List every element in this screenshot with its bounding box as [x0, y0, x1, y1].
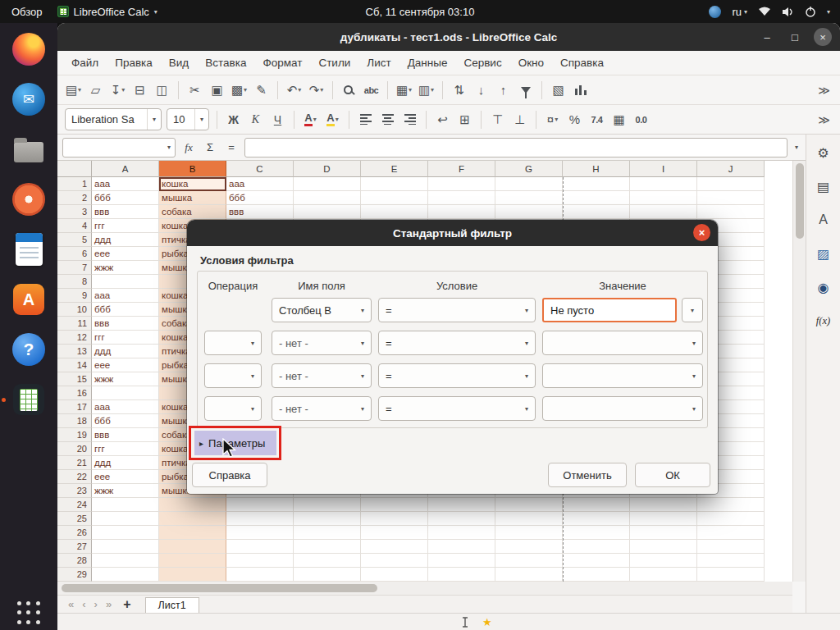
window-titlebar[interactable]: дубликаты - тест1.ods - LibreOffice Calc… — [57, 23, 840, 51]
cell[interactable] — [563, 498, 630, 512]
print-preview-button[interactable]: ◫ — [152, 80, 172, 101]
cell[interactable] — [226, 512, 294, 526]
cell[interactable] — [294, 526, 361, 540]
operation-combo[interactable]: ▾ — [204, 363, 262, 388]
volume-icon[interactable] — [782, 7, 794, 17]
operation-combo[interactable]: ▾ — [204, 396, 262, 421]
cell[interactable]: ббб — [92, 191, 159, 205]
cell[interactable] — [563, 191, 630, 205]
clock[interactable]: Сб, 11 сентября 03:10 — [366, 6, 475, 18]
cell[interactable] — [159, 512, 226, 526]
wrap-text-button[interactable]: ↩ — [432, 109, 453, 130]
row-header[interactable]: 28 — [57, 554, 92, 568]
redo-button[interactable]: ↷▾ — [306, 80, 326, 101]
row-header[interactable]: 8 — [57, 275, 92, 289]
cell[interactable] — [697, 177, 765, 191]
cell[interactable] — [697, 526, 765, 540]
cell[interactable] — [630, 554, 697, 568]
cell[interactable] — [563, 177, 630, 191]
cell[interactable]: ввв — [92, 428, 159, 442]
column-header-A[interactable]: A — [92, 161, 159, 177]
condition-combo[interactable]: =▾ — [378, 298, 536, 322]
cell[interactable] — [495, 526, 563, 540]
cell[interactable]: ддд — [92, 345, 159, 358]
sheet-tab[interactable]: Лист1 — [145, 597, 199, 614]
row-header[interactable]: 29 — [57, 568, 92, 582]
cell[interactable]: ввв — [92, 317, 159, 331]
align-bottom-button[interactable]: ⊥ — [509, 109, 530, 130]
app-menu[interactable]: LibreOffice Calc ▾ — [57, 6, 158, 18]
menu-item[interactable]: Данные — [400, 53, 455, 72]
condition-combo[interactable]: =▾ — [378, 363, 536, 388]
minimize-button[interactable]: – — [758, 28, 776, 46]
cancel-button[interactable]: Отменить — [548, 463, 627, 487]
row-header[interactable]: 17 — [57, 400, 92, 414]
cell[interactable] — [294, 205, 361, 219]
cell[interactable] — [159, 526, 226, 540]
cell[interactable]: еее — [92, 358, 159, 372]
dock-firefox[interactable] — [9, 30, 48, 69]
cell[interactable] — [630, 526, 697, 540]
cell[interactable] — [361, 205, 428, 219]
value-input[interactable]: Не пусто — [542, 298, 677, 322]
cell[interactable] — [361, 512, 428, 526]
cell[interactable] — [361, 568, 428, 582]
cell[interactable] — [92, 498, 159, 512]
field-name-combo[interactable]: - нет -▾ — [272, 331, 372, 355]
column-header-E[interactable]: E — [361, 161, 428, 177]
dock-thunderbird[interactable]: ✉ — [9, 80, 48, 119]
cell[interactable] — [92, 526, 159, 540]
cell[interactable] — [428, 498, 495, 512]
format-currency-button[interactable]: ¤▾ — [542, 109, 563, 130]
cell[interactable] — [361, 177, 428, 191]
copy-button[interactable]: ▣ — [207, 80, 227, 101]
spelling-button[interactable]: abc — [361, 80, 381, 101]
cell[interactable] — [495, 191, 563, 205]
cell[interactable] — [630, 177, 697, 191]
merge-cells-button[interactable]: ⊞ — [454, 109, 475, 130]
activities-button[interactable]: Обзор — [11, 6, 43, 18]
cell[interactable] — [428, 540, 495, 554]
underline-button[interactable]: Ч — [267, 109, 288, 130]
row-header[interactable]: 20 — [57, 442, 92, 456]
cell[interactable] — [697, 512, 765, 526]
column-header-I[interactable]: I — [630, 161, 697, 177]
operation-combo[interactable]: ▾ — [204, 331, 262, 355]
cell[interactable] — [697, 554, 765, 568]
row-header[interactable]: 14 — [57, 358, 92, 372]
cell[interactable]: еее — [92, 470, 159, 484]
insert-chart-button[interactable] — [570, 80, 591, 101]
cell[interactable] — [92, 512, 159, 526]
font-name-combo[interactable]: Liberation Sa▾ — [65, 108, 162, 130]
menu-item[interactable]: Справка — [553, 53, 611, 72]
cell[interactable]: ддд — [92, 456, 159, 470]
cell[interactable]: ввв — [226, 205, 294, 219]
condition-combo[interactable]: =▾ — [378, 331, 536, 355]
save-button[interactable]: ↧▾ — [107, 80, 128, 101]
format-percent-button[interactable]: % — [564, 109, 585, 130]
cell[interactable]: еее — [92, 247, 159, 261]
sort-descending-button[interactable]: ↑ — [493, 80, 514, 101]
column-header-D[interactable]: D — [294, 161, 361, 177]
field-name-combo[interactable]: - нет -▾ — [272, 396, 372, 421]
wifi-icon[interactable] — [758, 7, 771, 16]
cell[interactable] — [159, 554, 226, 568]
menu-item[interactable]: Вид — [162, 53, 196, 72]
field-name-combo[interactable]: - нет -▾ — [272, 363, 372, 388]
vertical-scrollbar[interactable] — [792, 161, 806, 582]
cell[interactable] — [630, 540, 697, 554]
cut-button[interactable]: ✂ — [185, 80, 205, 101]
show-applications-button[interactable] — [16, 600, 41, 625]
cell[interactable]: жжж — [92, 372, 159, 386]
menu-item[interactable]: Вставка — [198, 53, 253, 72]
cell[interactable] — [495, 498, 563, 512]
row-header[interactable]: 12 — [57, 331, 92, 345]
row-header[interactable]: 7 — [57, 261, 92, 275]
toolbar-overflow-button[interactable]: ≫ — [814, 80, 834, 101]
cell[interactable] — [361, 498, 428, 512]
align-left-button[interactable] — [355, 109, 376, 130]
cell[interactable] — [428, 512, 495, 526]
cell[interactable]: мышка — [159, 191, 226, 205]
navigator-button[interactable]: ◉ — [812, 277, 835, 297]
row-header[interactable]: 18 — [57, 414, 92, 428]
